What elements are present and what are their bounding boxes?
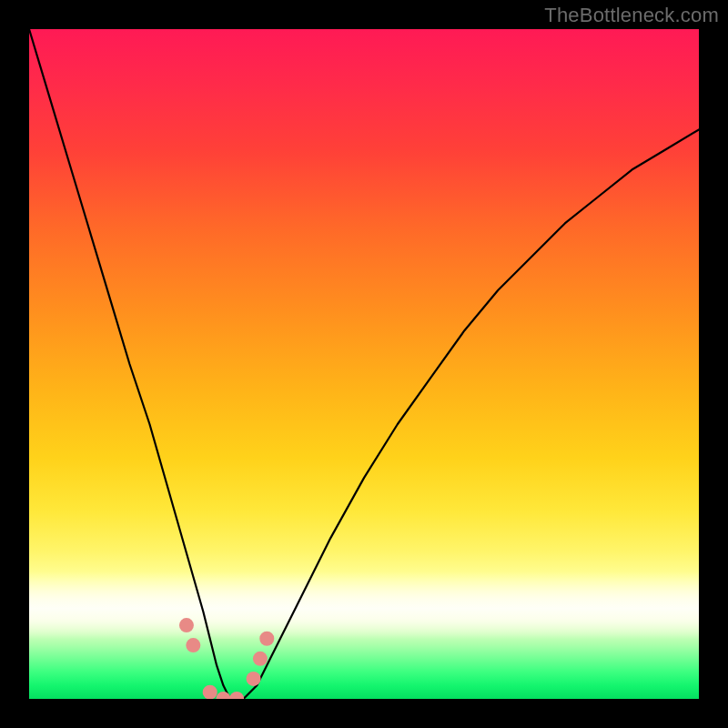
curve-marker — [247, 672, 261, 686]
curve-layer — [29, 29, 699, 699]
curve-marker — [203, 685, 217, 699]
watermark-text: TheBottleneck.com — [544, 4, 719, 27]
curve-marker — [253, 652, 268, 666]
curve-marker — [259, 632, 274, 646]
bottleneck-curve — [29, 29, 699, 699]
chart-frame: TheBottleneck.com — [0, 0, 728, 728]
plot-area — [29, 29, 699, 699]
curve-marker — [216, 692, 230, 699]
curve-marker — [179, 618, 194, 632]
curve-markers — [179, 618, 274, 699]
curve-marker — [186, 638, 200, 652]
curve-marker — [229, 692, 244, 699]
